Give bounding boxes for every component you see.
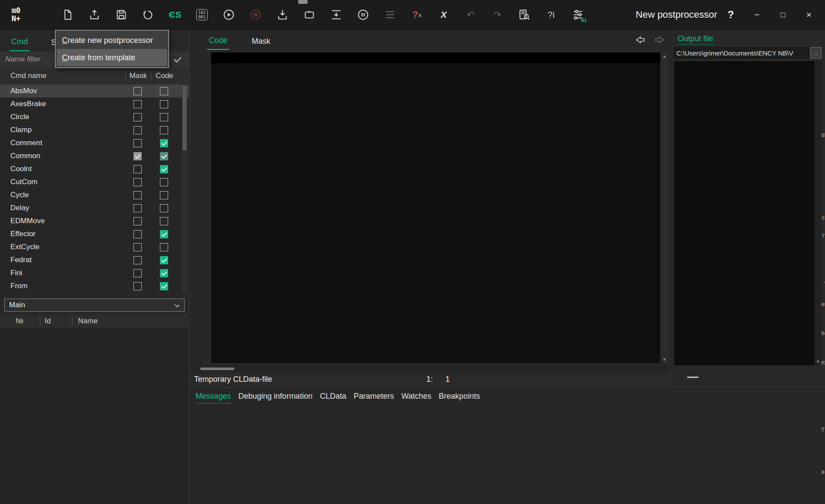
table-row[interactable]: ExtCycle	[0, 241, 189, 254]
clear-all-button[interactable]: X	[434, 5, 453, 24]
syntax-help-button[interactable]: ?i	[542, 5, 561, 24]
tab-code[interactable]: Code	[207, 32, 229, 50]
nav-back-button[interactable]	[632, 32, 648, 49]
code-checkbox[interactable]	[160, 191, 168, 199]
reload-button[interactable]	[139, 5, 158, 24]
tab-mask[interactable]: Mask	[250, 33, 272, 50]
code-editor[interactable]	[211, 52, 660, 363]
code-checkbox[interactable]	[160, 87, 168, 95]
output-path-input[interactable]	[674, 47, 809, 59]
nav-forward-button[interactable]	[652, 32, 668, 49]
menu-item-create-new[interactable]: Create new postprocessor	[57, 32, 167, 49]
mask-checkbox[interactable]	[133, 113, 142, 121]
maximize-button[interactable]: □	[773, 5, 793, 24]
table-row[interactable]: Fedrat	[0, 254, 189, 267]
mask-checkbox[interactable]	[133, 191, 142, 199]
group-select[interactable]: Main	[4, 299, 185, 312]
mask-checkbox[interactable]	[133, 256, 142, 264]
splitter-grip[interactable]	[687, 377, 698, 378]
output-file-tab[interactable]: Output file	[678, 34, 713, 45]
editor-vertical-scrollbar[interactable]: ▲ ▼	[660, 52, 669, 363]
clear-unknown-button[interactable]: ?x	[407, 5, 426, 24]
code-checkbox[interactable]	[160, 269, 168, 277]
scrollbar-thumb[interactable]	[200, 367, 234, 370]
mask-checkbox[interactable]	[133, 269, 142, 277]
settings-button[interactable]: N1	[568, 5, 588, 24]
table-row[interactable]: Comment	[0, 137, 189, 150]
new-document-button[interactable]	[58, 5, 77, 24]
mask-checkbox[interactable]	[133, 230, 142, 238]
mask-checkbox[interactable]	[133, 217, 142, 225]
editor-panel: Code Mask ▲ ▼ Temporary CLData-file 1:	[190, 30, 672, 387]
mask-checkbox[interactable]	[133, 87, 142, 95]
code-checkbox[interactable]	[160, 152, 168, 160]
bottom-tab[interactable]: Breakpoints	[439, 392, 480, 403]
export-button[interactable]	[85, 5, 104, 24]
code-checkbox[interactable]	[160, 230, 168, 238]
bottom-tab[interactable]: Parameters	[354, 392, 394, 403]
table-row[interactable]: From	[0, 280, 189, 293]
table-row[interactable]: EDMMove	[0, 215, 189, 228]
validate-code-button[interactable]	[515, 5, 534, 24]
apply-filter-button[interactable]	[168, 51, 189, 67]
table-row[interactable]: Effector	[0, 228, 189, 241]
table-row[interactable]: Common	[0, 150, 189, 163]
code-checkbox[interactable]	[160, 126, 168, 134]
cmd-table-scrollbar[interactable]	[182, 85, 187, 293]
table-row[interactable]: Cycle	[0, 189, 189, 202]
mask-checkbox[interactable]	[133, 165, 142, 173]
minimize-button[interactable]: −	[747, 5, 767, 24]
run-button[interactable]	[219, 5, 238, 24]
stop-button[interactable]	[246, 5, 265, 24]
binary-view-button[interactable]: 101 001	[192, 5, 211, 24]
run-to-line-button[interactable]	[327, 5, 346, 24]
table-row[interactable]: Circle	[0, 111, 189, 124]
import-cldata-button[interactable]	[273, 5, 292, 24]
scroll-down-icon[interactable]: ▼	[660, 357, 669, 362]
code-checkbox[interactable]	[160, 178, 168, 186]
help-button[interactable]: ?	[728, 9, 734, 21]
table-row[interactable]: Delay	[0, 202, 189, 215]
code-checkbox[interactable]	[160, 139, 168, 147]
save-button[interactable]	[112, 5, 131, 24]
table-row[interactable]: AxesBrake	[0, 98, 189, 111]
code-checkbox[interactable]	[160, 217, 168, 225]
table-row[interactable]: Clamp	[0, 124, 189, 137]
mask-checkbox[interactable]	[133, 243, 142, 251]
mask-checkbox[interactable]	[133, 282, 142, 290]
bottom-tab[interactable]: Watches	[401, 392, 431, 403]
list-view-button[interactable]	[380, 5, 400, 24]
code-checkbox[interactable]	[160, 204, 168, 212]
output-file-view[interactable]: ▼	[674, 61, 822, 365]
menu-item-create-from-template[interactable]: Create from template	[57, 49, 167, 66]
mask-checkbox[interactable]	[133, 152, 142, 160]
table-row[interactable]: CutCom	[0, 176, 189, 189]
close-button[interactable]: ×	[799, 5, 819, 24]
scroll-up-icon[interactable]: ▲	[660, 54, 669, 59]
mask-checkbox[interactable]	[133, 100, 142, 108]
bottom-tab[interactable]: Messages	[195, 392, 231, 403]
table-row[interactable]: Coolnt	[0, 163, 189, 176]
generate-code-button[interactable]: ЄS	[166, 5, 185, 24]
code-checkbox[interactable]	[160, 113, 168, 121]
code-checkbox[interactable]	[160, 100, 168, 108]
mask-checkbox[interactable]	[133, 204, 142, 212]
code-checkbox[interactable]	[160, 243, 168, 251]
editor-horizontal-scrollbar[interactable]	[195, 366, 666, 371]
code-checkbox[interactable]	[160, 282, 168, 290]
redo-button[interactable]: ↷	[488, 5, 507, 24]
bottom-tab[interactable]: Debuging information	[238, 392, 312, 403]
mask-checkbox[interactable]	[133, 126, 142, 134]
bottom-tab[interactable]: CLData	[320, 392, 346, 403]
mask-checkbox[interactable]	[133, 139, 142, 147]
undo-button[interactable]: ↶	[461, 5, 480, 24]
mask-checkbox[interactable]	[133, 178, 142, 186]
scrollbar-thumb[interactable]	[182, 85, 187, 150]
code-checkbox[interactable]	[160, 256, 168, 264]
pause-button[interactable]	[354, 5, 373, 24]
table-row[interactable]: AbsMov	[0, 85, 189, 98]
tab-cmd[interactable]: Cmd	[10, 33, 29, 51]
table-row[interactable]: Fini	[0, 267, 189, 280]
code-checkbox[interactable]	[160, 165, 168, 173]
restart-loop-button[interactable]	[300, 5, 319, 24]
